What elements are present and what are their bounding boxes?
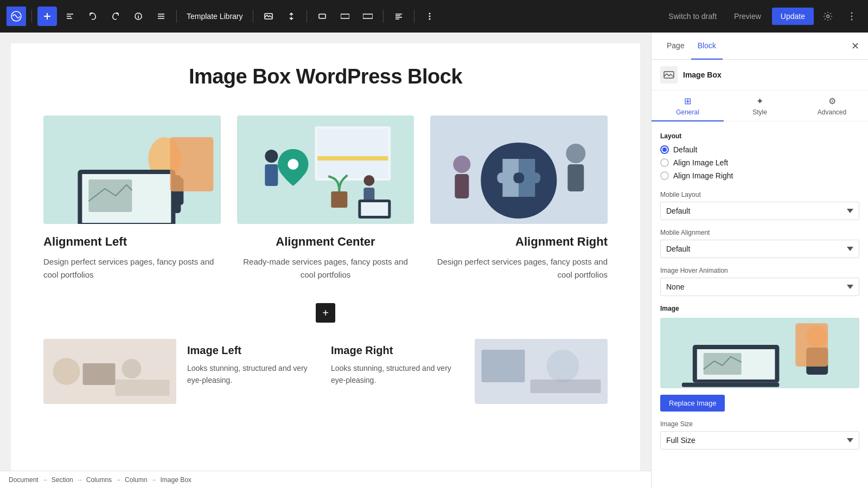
- hover-animation-select[interactable]: None Zoom In Zoom Out Move Up Move Down: [660, 278, 859, 296]
- list-view-button[interactable]: [151, 7, 171, 26]
- block-align-button[interactable]: [312, 7, 332, 26]
- redo-button[interactable]: [106, 7, 125, 26]
- hover-animation-group: Image Hover Animation None Zoom In Zoom …: [660, 267, 859, 296]
- layout-radio-image-right[interactable]: Align Image Right: [660, 171, 859, 180]
- layout-image-left-label: Align Image Left: [673, 158, 728, 167]
- sub-tab-general[interactable]: ⊞ General: [652, 91, 724, 121]
- tab-block[interactable]: Block: [691, 33, 723, 60]
- radio-circle-default: [660, 145, 669, 154]
- layout-default-label: Default: [673, 145, 697, 154]
- radio-circle-image-left: [660, 158, 669, 167]
- image-box-center[interactable]: Alignment Center Ready-made services pag…: [237, 115, 414, 281]
- hover-animation-label: Image Hover Animation: [660, 267, 859, 274]
- svg-point-8: [429, 18, 430, 20]
- breadcrumb-column[interactable]: Column: [125, 476, 147, 484]
- text-align-button[interactable]: [389, 7, 409, 26]
- mobile-alignment-label: Mobile Alignment: [660, 229, 859, 236]
- image-size-group: Image Size Full Size Large Medium Thumbn…: [660, 420, 859, 450]
- general-icon: ⊞: [684, 96, 691, 106]
- breadcrumb-sep-1: →: [42, 476, 48, 484]
- settings-button[interactable]: [818, 7, 838, 26]
- svg-point-44: [122, 359, 142, 378]
- layout-radio-image-left[interactable]: Align Image Left: [660, 158, 859, 167]
- image-left-img: [43, 115, 221, 224]
- mobile-alignment-group: Mobile Alignment Default Left Center Rig…: [660, 229, 859, 258]
- toolbar: Template Library Switch to draft Preview…: [0, 0, 868, 33]
- image-box-left[interactable]: Alignment Left Design perfect services p…: [43, 115, 221, 281]
- full-width-button[interactable]: [358, 7, 378, 26]
- wide-width-button[interactable]: [335, 7, 355, 26]
- image-box-left-desc: Design perfect services pages, fancy pos…: [43, 255, 221, 281]
- image-size-up-button[interactable]: [282, 7, 301, 26]
- image-section-label: Image: [660, 305, 859, 312]
- update-button[interactable]: Update: [772, 8, 814, 25]
- svg-point-9: [827, 15, 829, 18]
- style-icon: ✦: [756, 96, 763, 106]
- switch-to-draft-button[interactable]: Switch to draft: [662, 9, 723, 24]
- mobile-alignment-select[interactable]: Default Left Center Right: [660, 240, 859, 258]
- sub-tab-style[interactable]: ✦ Style: [724, 91, 796, 121]
- mobile-layout-label: Mobile Layout: [660, 191, 859, 198]
- replace-image-button[interactable]: Replace Image: [660, 395, 725, 412]
- undo-button[interactable]: [83, 7, 103, 26]
- sub-tab-advanced[interactable]: ⚙ Advanced: [796, 91, 868, 121]
- breadcrumb-sep-2: →: [76, 476, 83, 484]
- preview-button[interactable]: Preview: [727, 9, 768, 24]
- svg-rect-56: [704, 353, 742, 375]
- svg-rect-58: [795, 323, 828, 367]
- svg-point-42: [53, 358, 80, 385]
- panel-image-preview[interactable]: [660, 318, 859, 388]
- breadcrumb-columns[interactable]: Columns: [86, 476, 112, 484]
- image-box-right-desc: Design perfect services pages, fancy pos…: [430, 255, 608, 281]
- image-box-grid: Alignment Left Design perfect services p…: [43, 115, 608, 281]
- editor-content: Image Box WordPress Block: [11, 43, 640, 471]
- add-block-toolbar-button[interactable]: [37, 7, 57, 26]
- add-block-area: +: [43, 303, 608, 323]
- breadcrumb-image-box[interactable]: Image Box: [160, 476, 191, 484]
- info-button[interactable]: [129, 7, 148, 26]
- image-size-select[interactable]: Full Size Large Medium Thumbnail: [660, 431, 859, 450]
- layout-radio-default[interactable]: Default: [660, 145, 859, 154]
- bottom-img-right: [475, 339, 608, 404]
- more-menu-button[interactable]: [842, 7, 861, 26]
- mobile-layout-select[interactable]: Default Stack Inline: [660, 202, 859, 220]
- image-box-center-desc: Ready-made services pages, fancy posts a…: [237, 255, 414, 281]
- image-block-button[interactable]: [259, 7, 278, 26]
- breadcrumb-bar: Document → Section → Columns → Column → …: [0, 471, 651, 488]
- svg-rect-45: [116, 380, 170, 396]
- sub-tab-general-label: General: [676, 108, 699, 116]
- bottom-title-right: Image Right: [331, 344, 464, 357]
- tab-page[interactable]: Page: [660, 33, 691, 60]
- add-block-icon[interactable]: +: [316, 303, 335, 323]
- image-box-right-title: Alignment Right: [515, 235, 608, 249]
- breadcrumb-sep-3: →: [115, 476, 122, 484]
- bottom-desc-right: Looks stunning, structured and very eye-…: [331, 362, 464, 387]
- bottom-title-left: Image Left: [187, 344, 320, 357]
- svg-point-12: [851, 19, 853, 21]
- breadcrumb-section[interactable]: Section: [52, 476, 73, 484]
- svg-rect-47: [482, 350, 525, 382]
- panel-block-header: Image Box: [652, 60, 868, 91]
- svg-rect-38: [568, 164, 584, 191]
- right-panel: Page Block ✕ Image Box ⊞ General ✦ Style…: [651, 33, 868, 488]
- image-box-right[interactable]: Alignment Right Design perfect services …: [430, 115, 608, 281]
- image-size-label: Image Size: [660, 420, 859, 428]
- more-options-button[interactable]: [420, 7, 439, 26]
- svg-rect-30: [265, 164, 278, 186]
- image-box-left-title: Alignment Left: [43, 235, 221, 249]
- panel-close-button[interactable]: ✕: [851, 40, 859, 52]
- svg-rect-33: [331, 191, 347, 208]
- toolbar-divider-4: [307, 10, 307, 23]
- page-title: Image Box WordPress Block: [43, 65, 608, 88]
- wp-logo[interactable]: [7, 7, 26, 26]
- svg-rect-57: [682, 383, 780, 387]
- svg-point-39: [454, 156, 471, 173]
- breadcrumb-document[interactable]: Document: [9, 476, 39, 484]
- editor-area: Image Box WordPress Block: [0, 33, 651, 471]
- tools-button[interactable]: [60, 7, 80, 26]
- svg-rect-40: [455, 174, 469, 198]
- toolbar-divider-3: [253, 10, 253, 23]
- template-library-label[interactable]: Template Library: [182, 12, 247, 21]
- svg-rect-26: [317, 156, 388, 160]
- toolbar-divider-6: [414, 10, 414, 23]
